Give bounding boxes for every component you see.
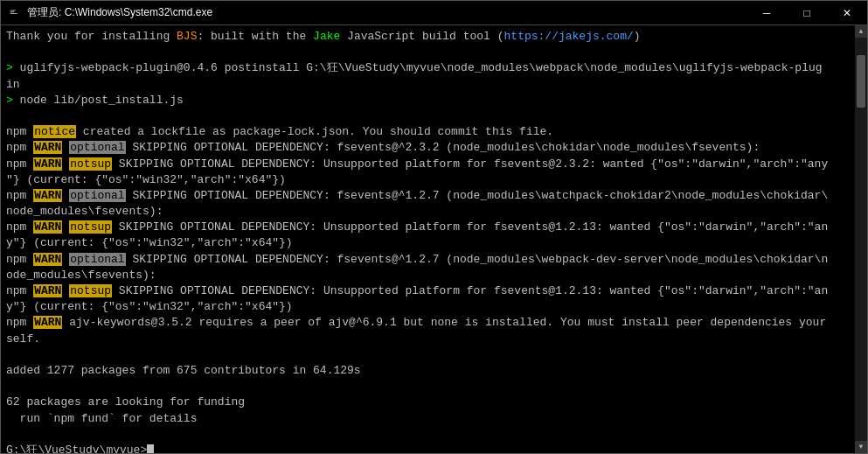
terminal-body: Thank you for installing BJS: built with… xyxy=(1,25,867,453)
line-warn4b: y"} (current: {"os":"win32","arch":"x64"… xyxy=(6,235,850,251)
line-warn5: npm WARN optional SKIPPING OPTIONAL DEPE… xyxy=(6,252,850,268)
line-blank4 xyxy=(6,379,850,395)
line-uglify1: > uglifyjs-webpack-plugin@0.4.6 postinst… xyxy=(6,60,850,76)
cursor xyxy=(147,444,154,453)
maximize-button[interactable]: □ xyxy=(787,1,827,25)
line-npm-notice: npm notice created a lockfile as package… xyxy=(6,124,850,140)
line-added: added 1277 packages from 675 contributor… xyxy=(6,363,850,379)
line-prompt: G:\狂\VueStudy\myvue> xyxy=(6,443,850,453)
line-bjs-install: Thank you for installing BJS: built with… xyxy=(6,29,850,45)
line-node: > node lib/post_install.js xyxy=(6,93,850,108)
scroll-down[interactable]: ▼ xyxy=(855,441,867,453)
cmd-icon xyxy=(8,6,22,20)
terminal-content: Thank you for installing BJS: built with… xyxy=(6,29,850,453)
scrollbar[interactable]: ▲ ▼ xyxy=(855,25,867,453)
line-warn3b: node_modules\fsevents): xyxy=(6,204,850,220)
line-warn5b: ode_modules\fsevents): xyxy=(6,268,850,283)
cmd-window: 管理员: C:\Windows\System32\cmd.exe ─ □ ✕ T… xyxy=(0,0,868,454)
line-warn3: npm WARN optional SKIPPING OPTIONAL DEPE… xyxy=(6,188,850,204)
window-title: 管理员: C:\Windows\System32\cmd.exe xyxy=(27,5,860,20)
close-button[interactable]: ✕ xyxy=(827,1,867,25)
window-controls: ─ □ ✕ xyxy=(746,1,867,25)
line-warn6b: y"} (current: {"os":"win32","arch":"x64"… xyxy=(6,299,850,315)
line-warn6: npm WARN notsup SKIPPING OPTIONAL DEPEND… xyxy=(6,283,850,299)
line-warn2b: "} (current: {"os":"win32","arch":"x64"}… xyxy=(6,172,850,188)
line-funding2: run `npm fund` for details xyxy=(6,411,850,427)
line-blank1 xyxy=(6,45,850,60)
line-blank5 xyxy=(6,427,850,443)
line-uglify2: in xyxy=(6,77,850,93)
title-bar: 管理员: C:\Windows\System32\cmd.exe ─ □ ✕ xyxy=(1,1,867,25)
line-blank3 xyxy=(6,347,850,363)
line-warn2: npm WARN notsup SKIPPING OPTIONAL DEPEND… xyxy=(6,157,850,172)
svg-rect-1 xyxy=(10,10,16,10)
line-warn-ajv2: self. xyxy=(6,332,850,347)
line-warn4: npm WARN notsup SKIPPING OPTIONAL DEPEND… xyxy=(6,220,850,235)
line-warn-ajv: npm WARN ajv-keywords@3.5.2 requires a p… xyxy=(6,315,850,331)
line-warn1: npm WARN optional SKIPPING OPTIONAL DEPE… xyxy=(6,140,850,156)
svg-rect-3 xyxy=(10,13,17,14)
line-blank2 xyxy=(6,108,850,124)
scroll-thumb[interactable] xyxy=(857,55,865,108)
minimize-button[interactable]: ─ xyxy=(746,1,787,25)
svg-rect-2 xyxy=(10,11,14,12)
scroll-up[interactable]: ▲ xyxy=(855,25,867,38)
line-funding: 62 packages are looking for funding xyxy=(6,395,850,410)
